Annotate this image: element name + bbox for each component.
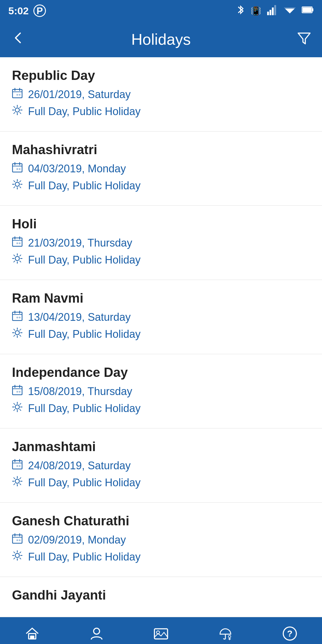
back-button[interactable] <box>11 31 25 48</box>
filter-button[interactable] <box>297 31 311 48</box>
parking-icon: P <box>33 4 46 17</box>
svg-line-39 <box>14 187 15 188</box>
svg-line-97 <box>20 484 21 485</box>
holiday-date-row: 15/08/2019, Thursday <box>12 385 310 398</box>
svg-point-14 <box>16 94 18 96</box>
gallery-icon <box>153 626 169 644</box>
holiday-type-row: Full Day, Public Holiday <box>12 550 310 564</box>
svg-line-51 <box>14 255 15 256</box>
svg-line-81 <box>14 403 15 405</box>
holiday-date-row: 24/08/2019, Saturday <box>12 459 310 472</box>
svg-point-61 <box>15 331 19 335</box>
holiday-item[interactable]: Ganesh Chaturathi 02/09/2019, Monday Ful… <box>0 503 322 577</box>
svg-line-82 <box>20 409 21 411</box>
holiday-name: Ganesh Chaturathi <box>12 513 310 528</box>
sun-icon <box>12 476 23 489</box>
svg-point-44 <box>16 242 18 244</box>
svg-rect-7 <box>312 8 313 11</box>
holiday-name: Holi <box>12 216 310 231</box>
svg-rect-25 <box>13 164 22 172</box>
help-icon: ? <box>282 626 298 644</box>
holiday-type-row: Full Day, Public Holiday <box>12 402 310 415</box>
svg-point-90 <box>19 465 21 467</box>
holiday-type-row: Full Day, Public Holiday <box>12 179 310 192</box>
calendar-icon <box>12 310 23 324</box>
holiday-item[interactable]: Republic Day 26/01/2019, Saturday Full D… <box>0 57 322 131</box>
holiday-item[interactable]: Ram Navmi 13/04/2019, Saturday Full Day,… <box>0 280 322 354</box>
svg-line-36 <box>14 181 15 182</box>
holiday-date: 24/08/2019, Saturday <box>28 459 131 472</box>
bottom-nav: Home Profile Gallery <box>0 617 322 644</box>
svg-point-15 <box>19 94 21 96</box>
sun-icon <box>12 550 23 564</box>
svg-rect-2 <box>272 7 274 15</box>
holiday-type-row: Full Day, Public Holiday <box>12 253 310 267</box>
svg-line-99 <box>14 484 15 485</box>
svg-line-68 <box>20 329 21 330</box>
holiday-item[interactable]: Holi 21/03/2019, Thursday Full Day, Publ… <box>0 206 322 280</box>
holiday-date-row: 13/04/2019, Saturday <box>12 310 310 324</box>
holiday-date-row: 26/01/2019, Saturday <box>12 88 310 101</box>
svg-point-29 <box>16 168 18 170</box>
svg-point-91 <box>15 479 19 483</box>
holiday-date-row: 02/09/2019, Monday <box>12 533 310 547</box>
svg-line-83 <box>20 403 21 405</box>
holiday-list: Republic Day 26/01/2019, Saturday Full D… <box>0 57 322 617</box>
status-left: 5:02 P <box>8 4 46 17</box>
holiday-type-row: Full Day, Public Holiday <box>12 105 310 118</box>
svg-point-46 <box>15 256 19 261</box>
svg-line-24 <box>14 112 15 114</box>
status-bar: 5:02 P 📳 <box>0 0 322 21</box>
svg-point-105 <box>19 539 21 541</box>
sun-icon <box>12 179 23 192</box>
holiday-type: Full Day, Public Holiday <box>28 402 140 415</box>
holiday-item[interactable]: Independance Day 15/08/2019, Thursday Fu… <box>0 354 322 428</box>
holiday-item[interactable]: Gandhi Jayanti <box>0 577 322 617</box>
holiday-item[interactable]: Mahashivratri 04/03/2019, Monday Full Da… <box>0 131 322 206</box>
sun-icon <box>12 402 23 415</box>
svg-line-112 <box>20 558 21 559</box>
holiday-type: Full Day, Public Holiday <box>28 551 140 563</box>
nav-gallery[interactable]: Gallery <box>129 617 193 644</box>
holiday-date-row: 21/03/2019, Thursday <box>12 236 310 250</box>
nav-help[interactable]: ? Help <box>258 617 322 644</box>
svg-line-98 <box>20 478 21 479</box>
holiday-date: 26/01/2019, Saturday <box>28 88 131 101</box>
battery-icon <box>302 6 314 16</box>
svg-line-67 <box>20 335 21 336</box>
holiday-date: 02/09/2019, Monday <box>28 534 126 546</box>
svg-line-96 <box>14 478 15 479</box>
holiday-name: Gandhi Jayanti <box>12 588 310 603</box>
holiday-item[interactable]: Janmashtami 24/08/2019, Saturday Full Da… <box>0 428 322 503</box>
svg-rect-3 <box>274 5 276 15</box>
calendar-icon <box>12 88 23 101</box>
svg-point-16 <box>15 108 19 112</box>
holiday-type: Full Day, Public Holiday <box>28 179 140 192</box>
holiday-date: 21/03/2019, Thursday <box>28 237 132 249</box>
svg-point-76 <box>15 405 19 409</box>
svg-point-59 <box>16 317 18 318</box>
svg-rect-70 <box>13 386 22 395</box>
svg-point-121 <box>228 635 231 638</box>
calendar-icon <box>12 459 23 472</box>
svg-point-30 <box>19 168 21 170</box>
svg-rect-40 <box>13 238 22 246</box>
page-title: Holidays <box>25 30 297 48</box>
svg-point-117 <box>94 628 100 634</box>
svg-point-31 <box>15 182 19 186</box>
vibrate-icon: 📳 <box>251 6 261 16</box>
holiday-date: 13/04/2019, Saturday <box>28 311 131 323</box>
holiday-type: Full Day, Public Holiday <box>28 328 140 340</box>
holiday-name: Mahashivratri <box>12 142 310 157</box>
sun-icon <box>12 327 23 341</box>
svg-line-54 <box>14 261 15 262</box>
svg-rect-116 <box>30 636 34 639</box>
nav-home[interactable]: Home <box>0 617 64 644</box>
nav-profile[interactable]: Profile <box>64 617 129 644</box>
holiday-name: Ram Navmi <box>12 291 310 306</box>
svg-line-84 <box>14 409 15 411</box>
svg-rect-8 <box>303 7 312 12</box>
svg-rect-1 <box>270 10 271 15</box>
nav-holiday[interactable]: Holiday <box>193 617 258 644</box>
svg-line-111 <box>14 552 15 553</box>
